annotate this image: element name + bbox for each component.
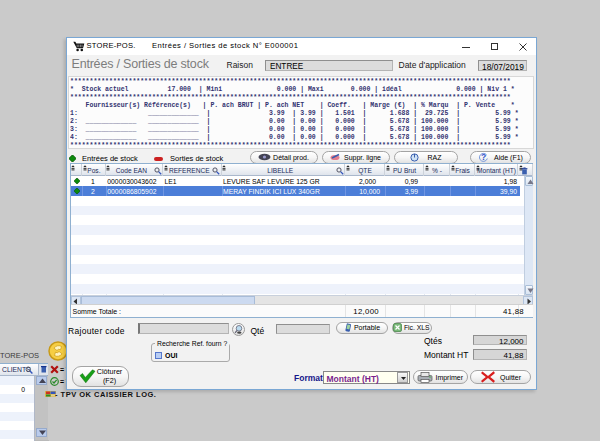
svg-text:?: ? bbox=[481, 152, 486, 162]
